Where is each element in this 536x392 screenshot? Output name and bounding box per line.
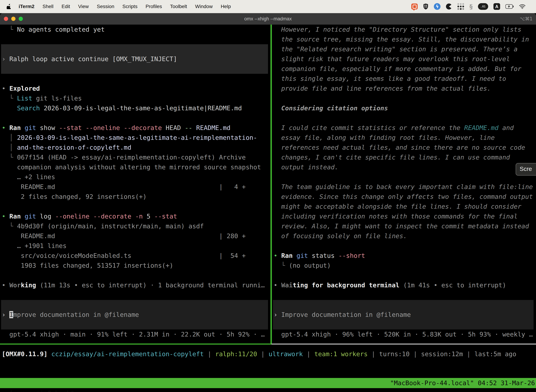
terminal-line: Search 2026-03-09-is-legal-the-same-as-l… <box>0 103 270 113</box>
terminal-line <box>272 172 536 182</box>
omx-bar-segment: | <box>368 350 379 358</box>
text-segment <box>2 104 17 112</box>
terminal-line <box>0 74 270 84</box>
text-segment: README.md <box>464 124 498 131</box>
text-segment: Explored <box>9 85 40 92</box>
terminal-line: output instead. <box>272 162 536 172</box>
terminal-line: • Working (11m 13s • esc to interrupt) ·… <box>0 280 270 290</box>
menu-item-iterm2[interactable]: iTerm2 <box>19 4 34 9</box>
dots-grid-icon[interactable] <box>457 3 464 10</box>
text-segment: (1m 41s • esc to interrupt) <box>399 281 506 289</box>
text-segment: │ <box>2 134 17 141</box>
text-segment: └ <box>274 262 289 269</box>
terminal-line: • Ran git show --stat --oneline --decora… <box>0 123 270 133</box>
terminal-line <box>272 113 536 123</box>
text-segment: show <box>36 124 59 131</box>
terminal-line <box>272 290 536 300</box>
menu-item-view[interactable]: View <box>78 4 89 9</box>
text-segment: • <box>2 281 9 289</box>
terminal-line: … +2 lines <box>0 172 270 182</box>
text-segment: … +1901 lines <box>2 242 67 249</box>
text-segment: • <box>274 252 281 259</box>
text-segment: and-the-erosion-of-copyleft.md <box>17 144 131 151</box>
prompt-input-left[interactable]: › Improve documentation in @filename <box>1 300 268 330</box>
text-segment: └ <box>2 223 17 230</box>
text-segment: Considering citation options <box>274 104 388 112</box>
prompt-input-right[interactable]: › Improve documentation in @filename <box>273 300 534 330</box>
pane-border-bottom-right <box>271 344 536 345</box>
wifi-icon[interactable] <box>519 4 526 9</box>
text-segment: List <box>17 95 32 102</box>
menu-item-help[interactable]: Help <box>221 4 231 9</box>
text-segment: I <box>9 311 13 318</box>
text-segment: 1903 files changed, 513517 insertions(+) <box>2 262 173 269</box>
battery-icon[interactable] <box>505 4 514 9</box>
bolt-badge-icon[interactable]: ϟ <box>434 3 440 10</box>
text-segment: (11m 13s • esc to interrupt) · 1 backgro… <box>36 281 265 289</box>
pane-divider-vertical[interactable] <box>270 25 272 345</box>
menu-item-session[interactable]: Session <box>97 4 114 9</box>
omx-status-bar: [OMX#0.11.9] cczip/essay/ai-reimplementa… <box>0 349 536 359</box>
window-title-bar[interactable]: omx --xhigh --madmax ⌥⌘1 <box>0 13 536 25</box>
squiggle-icon[interactable]: § <box>469 3 473 10</box>
apple-icon[interactable] <box>7 4 11 9</box>
text-segment: --short <box>339 252 365 259</box>
terminal-line <box>272 93 536 103</box>
text-segment: --stat --oneline --decorate <box>59 124 162 131</box>
terminal-line <box>0 271 270 280</box>
text-segment: Improve documentation in @filename <box>281 311 411 318</box>
chat-app-icon[interactable] <box>411 4 418 9</box>
tmux-status-bar: [omx-cczip0:bash* "MacBook-Pro-44.local"… <box>0 378 536 388</box>
text-segment: and <box>498 124 514 131</box>
terminal-line: … +1901 lines <box>0 241 270 251</box>
terminal-line: However, I noticed the "Directory Struct… <box>272 25 536 34</box>
text-segment: log <box>36 213 55 220</box>
omx-bar-segment: [OMX#0.11.9] <box>2 350 51 358</box>
badge-61-icon[interactable]: ..61 <box>478 3 488 10</box>
terminal-line: › Ralph loop active continue [OMX_TMUX_I… <box>1 54 268 64</box>
terminal-line: 2 files changed, 92 insertions(+) <box>0 192 270 202</box>
tmux-pane-right[interactable]: However, I noticed the "Directory Struct… <box>272 25 536 344</box>
screen-popup-button[interactable]: Scre <box>516 163 536 176</box>
tmux-pane-left[interactable]: └ No agents completed yet › Ralph loop a… <box>0 25 270 344</box>
pane-border-bottom-left <box>0 344 271 345</box>
tmux-session-label[interactable]: [omx-cczip0:bash* <box>8 390 74 392</box>
text-segment: might be acceptable alongside the file l… <box>274 203 522 210</box>
menu-item-toolbelt[interactable]: Toolbelt <box>170 4 187 9</box>
text-segment <box>293 252 297 259</box>
text-segment: └ <box>2 154 17 161</box>
text-segment: README.md <box>196 124 230 131</box>
text-segment: --stat <box>154 213 177 220</box>
terminal-line <box>0 34 270 44</box>
text-segment: provide file and line references from th… <box>274 85 491 92</box>
terminal-line: evidence. Since this change only affects… <box>272 192 536 202</box>
text-segment: companion analysis without altering the … <box>2 163 261 171</box>
text-segment: review. Also, I might want to inspect th… <box>274 223 529 230</box>
text-segment <box>192 124 196 131</box>
menu-item-profiles[interactable]: Profiles <box>146 4 162 9</box>
menu-item-scripts[interactable]: Scripts <box>122 4 138 9</box>
text-segment: • <box>2 85 9 92</box>
text-segment: … +2 lines <box>2 173 55 181</box>
apple-logo-svg <box>7 4 11 9</box>
notch-circle-icon[interactable] <box>446 3 452 10</box>
text-segment: output instead. <box>274 163 338 171</box>
terminal-line <box>1 44 268 54</box>
terminal-line: README.md | 280 + <box>0 231 270 241</box>
ralph-loop-banner[interactable]: › Ralph loop active continue [OMX_TMUX_I… <box>1 44 268 74</box>
shield-grid-icon[interactable] <box>423 3 429 10</box>
letter-a-icon[interactable]: A <box>493 3 500 10</box>
menu-item-window[interactable]: Window <box>195 4 213 9</box>
terminal-line: Considering citation options <box>272 103 536 113</box>
menu-item-shell[interactable]: Shell <box>43 4 53 9</box>
text-segment: └ <box>2 95 17 102</box>
text-segment: changes, I can't cite specific file line… <box>274 154 510 161</box>
terminal-line: essay file, along with finding root file… <box>272 133 536 143</box>
text-segment: status <box>308 252 338 259</box>
terminal-line: │ and-the-erosion-of-copyleft.md <box>0 143 270 152</box>
text-segment: Ralph loop active continue [OMX_TMUX_INJ… <box>9 55 177 62</box>
menu-item-edit[interactable]: Edit <box>62 4 70 9</box>
terminal-line: • Ran git status --short <box>272 251 536 261</box>
terminal-line: src/voice/voiceModeEnabled.ts | 54 + <box>0 251 270 261</box>
terminal-line <box>272 241 536 251</box>
